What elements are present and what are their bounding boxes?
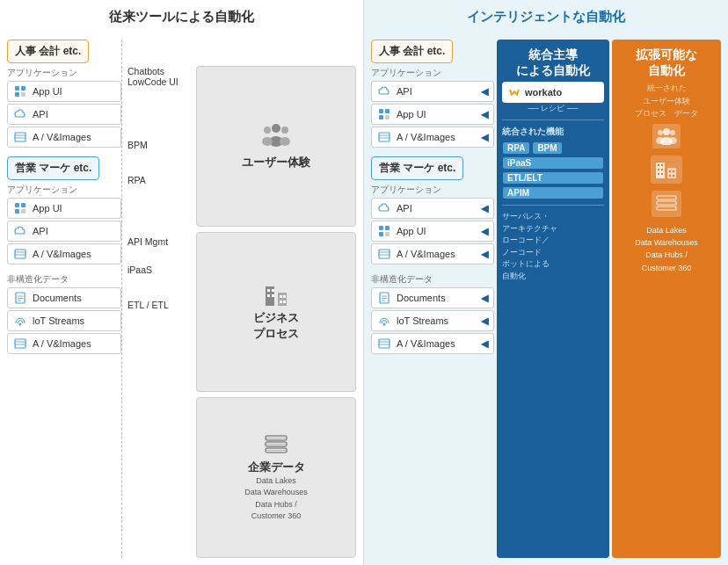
svg-rect-35 [283,295,286,298]
r-appui1-label: App UI [397,109,426,120]
workato-text: workato [525,87,562,98]
appui1-label: App UI [33,86,62,97]
right-item-av3: A / V&Images ◀ [371,333,494,354]
mid-bpm: BPM [127,140,196,150]
doc-icon [13,291,27,305]
svg-rect-51 [379,226,383,230]
svg-rect-14 [16,293,25,303]
blue-divider1 [502,120,604,120]
r-appui2-label: App UI [397,226,426,236]
tag-etlelt: ETL/ELT [503,172,603,184]
svg-point-22 [272,124,280,133]
right-section2: 営業 マーケ etc. アプリケーション API ◀ [371,156,494,264]
mid-chatbots: ChatbotsLowCode UI [127,66,196,87]
svg-rect-81 [673,170,674,172]
r-section2-sub: アプリケーション [371,184,494,196]
svg-rect-73 [667,168,676,178]
svg-rect-78 [658,173,659,175]
mid-etl: ETL / ETL [127,300,196,310]
svg-rect-29 [278,293,287,306]
people-icon [260,122,292,155]
svg-rect-34 [280,295,282,298]
arrow-api2: ◀ [481,203,488,214]
r-category-sales-label: 営業 マーケ etc. [379,161,455,176]
app-icon [13,84,27,98]
r-av-icon [377,130,391,144]
right-item-iot: loT Streams ◀ [371,310,494,331]
svg-rect-3 [21,92,25,97]
svg-rect-0 [15,86,19,91]
serverless-text: サーバレス・アーキテクチャローコード／ノーコードボットによる自動化 [502,211,604,282]
r-api-cloud-icon [377,84,391,98]
right-item-av1: A / V&Images ◀ [371,127,494,148]
svg-rect-10 [21,209,25,214]
box-enterprise-data: 企業データ Data LakesData WarehousesData Hubs… [196,397,356,558]
svg-rect-54 [385,232,389,236]
svg-rect-9 [15,209,19,214]
svg-point-66 [663,128,670,135]
left-item-docs: Documents [7,287,121,308]
r-av-icon2 [377,247,391,261]
api2-label: API [33,226,48,236]
r-api2-label: API [397,203,412,214]
right-item-api1: API ◀ [371,81,494,102]
svg-rect-58 [380,293,389,303]
svg-rect-84 [657,196,676,199]
left-item-av1: A / V&Images [7,127,121,148]
arrow-api1: ◀ [481,86,488,98]
av3-label: A / V&Images [33,338,91,349]
r-av2-label: A / V&Images [397,249,455,259]
left-panel: 従来ツールによる自動化 人事 会計 etc. アプリケーション App UI [0,0,364,565]
svg-rect-2 [15,92,19,97]
left-item-iot: loT Streams [7,310,121,331]
svg-point-71 [668,137,677,144]
svg-rect-63 [379,339,389,348]
svg-point-70 [670,130,675,135]
right-title: インテリジェントな自動化 [371,9,721,29]
r-av3-label: A / V&Images [397,338,455,349]
svg-rect-82 [669,175,671,177]
svg-rect-74 [658,164,659,166]
orange-subtext: 統一されたユーザー体験プロセス データ [617,82,716,120]
svg-rect-85 [657,201,676,205]
svg-rect-31 [272,289,274,292]
r-doc-icon [377,291,391,305]
mid-rpa: RPA [127,175,196,185]
box-user-experience: ユーザー体験 [196,66,356,227]
left-item-api1: API [7,104,121,125]
left-item-api2: API [7,221,121,242]
building-icon [261,282,291,310]
tag-ipaas: iPaaS [503,157,603,169]
svg-rect-83 [673,175,674,177]
docs-label: Documents [33,293,82,303]
left-item-av3: A / V&Images [7,333,121,354]
blue-column: 統合主導 による自動化 workato ── レシピ ── 統合された機能 [497,40,609,558]
iot-label: loT Streams [33,315,84,326]
app-icon2 [13,201,27,215]
orange-building-icon [651,156,682,184]
box-enterprise-data-label: 企業データ [248,460,305,475]
right-content: 人事 会計 etc. アプリケーション API ◀ [371,40,721,558]
right-section1: 人事 会計 etc. アプリケーション API ◀ [371,40,494,148]
svg-point-68 [658,130,663,135]
svg-rect-30 [267,289,270,292]
svg-rect-1 [21,86,25,91]
r-category-sales: 営業 マーケ etc. [371,156,463,180]
arrow-av2: ◀ [481,249,488,260]
svg-point-24 [264,127,271,134]
api-cloud-icon [13,107,27,121]
av2-label: A / V&Images [33,249,91,259]
r-category-hr-label: 人事 会計 etc. [379,44,445,59]
svg-rect-45 [385,109,389,113]
workato-logo-icon [507,85,521,99]
orange-database-row [617,191,716,217]
r-app-icon2 [377,224,391,238]
svg-rect-37 [283,301,286,303]
svg-rect-33 [272,294,274,297]
av1-label: A / V&Images [33,132,91,142]
svg-point-18 [19,323,22,326]
tags-container: RPA BPM iPaaS ETL/ELT APIM [502,141,604,199]
tag-rpa: RPA [503,142,529,154]
left-item-appui2: App UI [7,198,121,219]
r-app-icon [377,107,391,121]
